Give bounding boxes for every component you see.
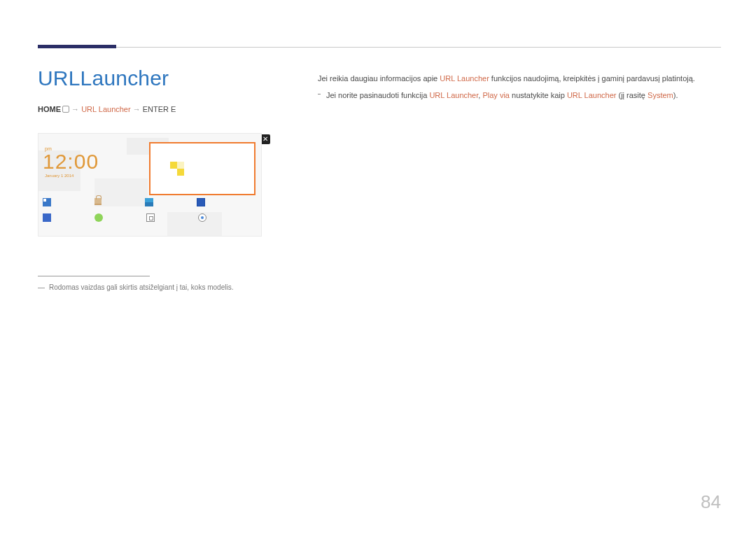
page-number: 84: [701, 491, 721, 513]
desc-text: ).: [673, 91, 678, 99]
monitor-icon: [43, 213, 51, 222]
home-icon: [62, 106, 69, 113]
desc-hl-url-launcher: URL Launcher: [440, 74, 489, 83]
target-icon: [198, 213, 206, 222]
breadcrumb-sep: →: [71, 105, 79, 113]
selected-tile: [149, 142, 255, 195]
clock-date: January 1 2014: [45, 174, 148, 178]
app-tray: [43, 198, 257, 232]
chapter-accent-bar: [38, 45, 116, 48]
status-dot-icon: [94, 213, 103, 222]
desc-hl-play-via: Play via: [482, 91, 510, 99]
desc-hl-system: System: [648, 91, 673, 99]
clock-widget: pm 12:00 January 1 2014: [43, 146, 148, 178]
horizontal-rule: [38, 47, 721, 48]
footnote-rule: [38, 276, 150, 276]
footnote-text: Rodomas vaizdas gali skirtis atsiželgian…: [49, 283, 233, 291]
desc-text: (jį rasitę: [616, 91, 648, 99]
clock-time: 12:00: [43, 151, 148, 172]
breadcrumb-home: HOME: [38, 105, 61, 113]
breadcrumb-enter: ENTER E: [143, 105, 176, 113]
breadcrumb: HOME → URL Launcher → ENTER E: [38, 105, 276, 113]
desc-hl-url-launcher: URL Launcher: [429, 91, 478, 99]
footnote: ―Rodomas vaizdas gali skirtis atsiželgia…: [38, 283, 276, 291]
page-title: URLLauncher: [38, 66, 169, 90]
description: Jei reikia daugiau informacijos apie URL…: [318, 73, 714, 101]
desc-text: Jei norite pasinaudoti funkcija: [326, 91, 429, 99]
desc-text: Jei reikia daugiau informacijos apie: [318, 74, 440, 83]
desc-text: funkcijos naudojimą, kreipkitės į gaminį…: [489, 74, 695, 83]
breadcrumb-url-launcher: URL Launcher: [81, 105, 131, 113]
desc-hl-url-launcher: URL Launcher: [567, 91, 617, 99]
lock-icon: [94, 198, 102, 205]
calendar-icon: [43, 198, 51, 206]
card-icon: [145, 198, 153, 206]
close-icon: ✕: [260, 134, 270, 144]
breadcrumb-sep: →: [133, 105, 141, 113]
screen-icon: [197, 198, 205, 206]
device-preview: ✕ pm 12:00 January 1 2014: [38, 133, 262, 244]
box-icon: [146, 213, 155, 222]
desc-text: nustatykite kaip: [510, 91, 567, 99]
